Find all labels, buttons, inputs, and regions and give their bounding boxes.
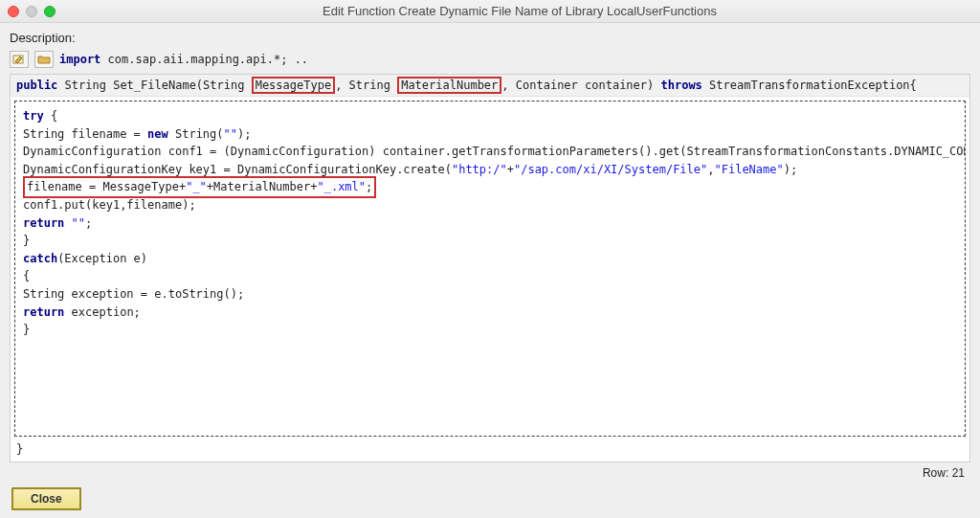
- arg-messagetype: MessageType: [252, 77, 335, 94]
- row-label: Row:: [923, 466, 952, 480]
- import-toolbar: import com.sap.aii.mapping.api.*; ..: [6, 49, 974, 70]
- filename-assignment-highlight: filename = MessageType+"_"+MaterialNumbe…: [23, 176, 376, 198]
- zoom-window-icon[interactable]: [44, 6, 56, 17]
- close-window-icon[interactable]: [8, 6, 19, 17]
- public-keyword: public: [16, 79, 57, 92]
- titlebar: Edit Function Create Dynamic File Name o…: [0, 0, 980, 23]
- throws-keyword: throws: [661, 79, 702, 92]
- close-button[interactable]: Close: [11, 487, 81, 510]
- code-body-wrap: try {String filename = new String("");Dy…: [11, 97, 969, 440]
- arg-materialnumber: MaterialNumber: [397, 77, 501, 94]
- window-root: Edit Function Create Dynamic File Name o…: [0, 0, 980, 518]
- edit-icon[interactable]: [10, 51, 29, 68]
- window-controls: [8, 6, 56, 17]
- footer: Close: [6, 484, 974, 518]
- row-value: 21: [952, 466, 965, 480]
- closing-brace: }: [11, 440, 969, 462]
- window-title: Edit Function Create Dynamic File Name o…: [67, 4, 972, 18]
- code-body[interactable]: try {String filename = new String("");Dy…: [14, 101, 966, 437]
- folder-icon[interactable]: [34, 51, 54, 68]
- minimize-window-icon[interactable]: [26, 6, 37, 17]
- import-keyword: import: [59, 53, 100, 66]
- function-signature: public String Set_FileName(String Messag…: [11, 75, 969, 97]
- content-area: Description: import com.sap.aii.mapping.…: [0, 23, 980, 518]
- import-package: com.sap.aii.mapping.api.*; ..: [100, 53, 308, 66]
- code-editor[interactable]: public String Set_FileName(String Messag…: [10, 74, 970, 462]
- import-line: import com.sap.aii.mapping.api.*; ..: [59, 53, 308, 66]
- status-bar: Row: 21: [6, 464, 974, 484]
- description-label: Description:: [6, 27, 974, 49]
